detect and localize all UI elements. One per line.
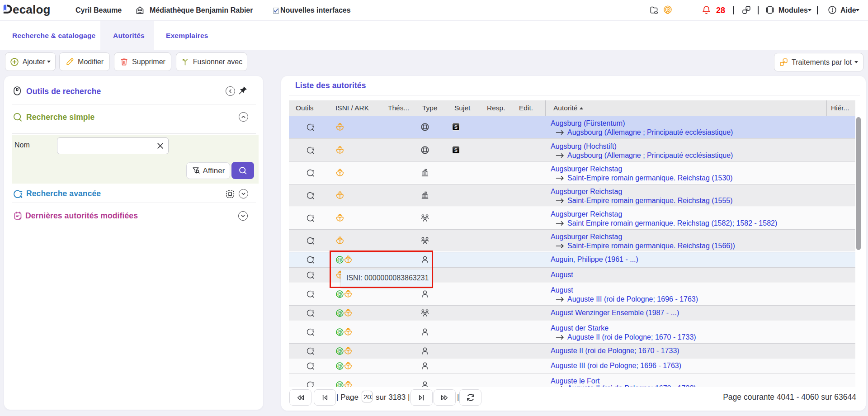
svg-text:ecalog: ecalog (13, 3, 51, 16)
